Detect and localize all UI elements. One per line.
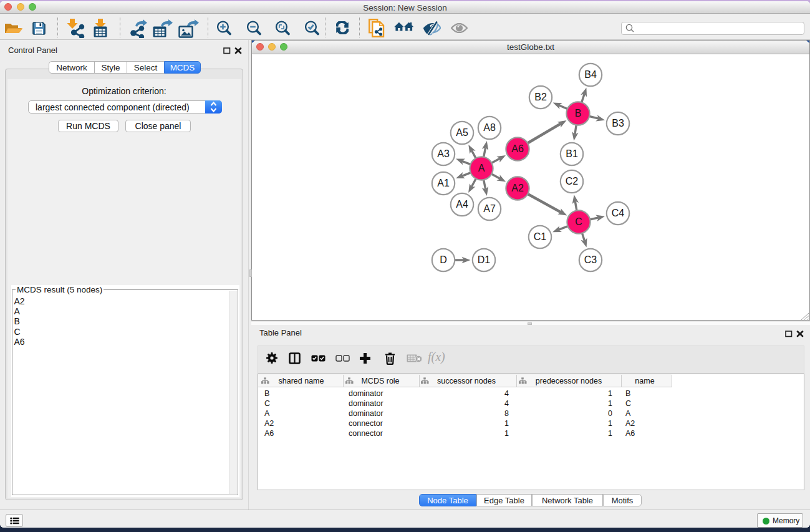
svg-text:A4: A4 (456, 199, 468, 210)
svg-text:D1: D1 (478, 254, 491, 265)
svg-text:C4: C4 (612, 208, 625, 218)
svg-text:B1: B1 (566, 148, 578, 159)
svg-text:A: A (478, 163, 485, 173)
svg-text:D: D (440, 254, 447, 265)
svg-text:B2: B2 (534, 92, 547, 102)
svg-text:A5: A5 (456, 127, 468, 138)
svg-text:C3: C3 (584, 254, 597, 265)
svg-text:A8: A8 (483, 122, 496, 133)
svg-text:A3: A3 (437, 148, 450, 159)
svg-text:A2: A2 (511, 183, 524, 193)
svg-text:B: B (575, 108, 582, 118)
svg-text:B4: B4 (584, 69, 597, 80)
svg-text:B3: B3 (612, 118, 624, 128)
svg-text:A6: A6 (511, 143, 524, 154)
svg-text:C1: C1 (534, 231, 547, 242)
svg-text:A1: A1 (437, 178, 450, 188)
svg-text:A7: A7 (483, 203, 496, 214)
svg-text:C2: C2 (566, 176, 579, 186)
svg-text:C: C (575, 216, 582, 227)
